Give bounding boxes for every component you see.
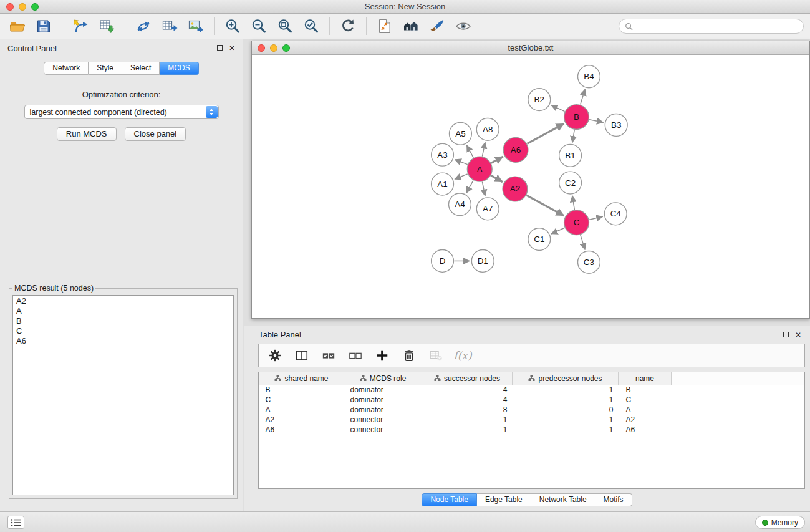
deselect-all-button[interactable] [347, 347, 364, 364]
graph-edge-A-A8[interactable] [482, 142, 485, 157]
graph-edge-B-B1[interactable] [572, 130, 574, 143]
tab-select[interactable]: Select [122, 62, 160, 75]
criterion-dropdown[interactable]: largest connected component (directed) [24, 105, 219, 119]
save-session-button[interactable] [32, 16, 55, 36]
tab-style[interactable]: Style [89, 62, 122, 75]
graph-edge-A-A7[interactable] [482, 182, 485, 196]
table-cell-shared_name[interactable]: A2 [259, 415, 344, 425]
table-row[interactable]: Bdominator41B [259, 385, 805, 395]
table-settings-button[interactable] [266, 347, 284, 364]
table-cell-shared_name[interactable]: C [259, 395, 344, 405]
graph-edge-A-A6[interactable] [491, 157, 503, 163]
column-header-mcds-role[interactable]: MCDS role [344, 372, 422, 385]
float-table-panel-button[interactable] [783, 331, 789, 339]
table-row[interactable]: Adominator80A [259, 405, 805, 415]
graph-edge-B-B2[interactable] [551, 105, 565, 112]
graph-edge-B-B3[interactable] [589, 120, 604, 123]
table-cell-mcds_role[interactable]: dominator [344, 395, 422, 405]
table-cell-mcds_role[interactable]: connector [344, 425, 422, 435]
close-window-button[interactable] [6, 3, 14, 11]
mcds-result-item[interactable]: A [16, 306, 230, 316]
mcds-result-list[interactable]: A2ABCA6 [12, 295, 234, 495]
mcds-result-item[interactable]: C [16, 326, 230, 336]
apply-layout-button[interactable] [337, 16, 359, 36]
column-header-name[interactable]: name [619, 372, 672, 385]
float-panel-button[interactable] [217, 44, 223, 52]
run-mcds-button[interactable]: Run MCDS [57, 127, 117, 141]
table-cell-successor_nodes[interactable]: 1 [422, 415, 513, 425]
graph-edge-C-C3[interactable] [581, 235, 585, 250]
table-cell-name[interactable]: B [619, 385, 672, 395]
graph-edge-C-C4[interactable] [589, 216, 603, 220]
table-cell-name[interactable]: A [619, 405, 672, 415]
table-cell-predecessor_nodes[interactable]: 1 [513, 385, 619, 395]
memory-button[interactable]: Memory [755, 516, 805, 529]
zoom-fit-button[interactable] [274, 16, 296, 36]
import-network-button[interactable] [69, 16, 92, 36]
create-column-button[interactable] [374, 347, 391, 364]
network-window-titlebar[interactable]: testGlobe.txt [252, 41, 809, 55]
table-cell-shared_name[interactable]: A6 [259, 425, 344, 435]
table-cell-predecessor_nodes[interactable]: 0 [513, 405, 619, 415]
graph-edge-A6-B[interactable] [527, 123, 564, 143]
table-cell-predecessor_nodes[interactable]: 1 [513, 415, 619, 425]
zoom-selected-button[interactable] [300, 16, 322, 36]
first-neighbors-button[interactable] [400, 16, 422, 36]
network-close-button[interactable] [258, 44, 265, 52]
tab-network-table[interactable]: Network Table [531, 493, 595, 506]
horizontal-splitter-handle[interactable] [527, 321, 537, 324]
table-cell-mcds_role[interactable]: connector [344, 415, 422, 425]
graph-edge-A-A3[interactable] [455, 160, 468, 165]
mcds-result-item[interactable]: A6 [16, 336, 230, 346]
tab-motifs[interactable]: Motifs [595, 493, 632, 506]
table-cell-name[interactable]: C [619, 395, 672, 405]
close-table-panel-button[interactable]: ✕ [795, 331, 801, 339]
zoom-out-button[interactable] [248, 16, 270, 36]
select-all-button[interactable] [320, 347, 337, 364]
table-cell-name[interactable]: A2 [619, 415, 672, 425]
delete-table-button[interactable] [427, 347, 445, 364]
graph-edge-A-A1[interactable] [455, 174, 468, 179]
column-header-shared-name[interactable]: shared name [259, 372, 344, 385]
table-row[interactable]: A6connector11A6 [259, 425, 805, 435]
table-cell-successor_nodes[interactable]: 8 [422, 405, 513, 415]
network-document-button[interactable] [374, 16, 396, 36]
close-panel-button[interactable]: Close panel [125, 127, 186, 141]
tab-mcds[interactable]: MCDS [160, 62, 198, 75]
annotation-button[interactable] [426, 16, 448, 36]
table-cell-shared_name[interactable]: B [259, 385, 344, 395]
network-zoom-button[interactable] [282, 44, 290, 52]
table-row[interactable]: A2connector11A2 [259, 415, 805, 425]
graph-edge-B-B4[interactable] [581, 89, 586, 105]
open-file-button[interactable] [6, 16, 29, 36]
graph-edge-C-C2[interactable] [572, 196, 575, 210]
table-cell-predecessor_nodes[interactable]: 1 [513, 395, 619, 405]
table-cell-mcds_role[interactable]: dominator [344, 405, 422, 415]
show-columns-button[interactable] [293, 347, 311, 364]
column-header-successor-nodes[interactable]: successor nodes [422, 372, 513, 385]
export-table-button[interactable] [158, 16, 181, 36]
import-table-button[interactable] [95, 16, 118, 36]
table-row[interactable]: Cdominator41C [259, 395, 805, 405]
graph-edge-A-A5[interactable] [466, 145, 473, 158]
tab-node-table[interactable]: Node Table [422, 493, 477, 506]
export-network-button[interactable] [132, 16, 155, 36]
table-cell-successor_nodes[interactable]: 4 [422, 385, 513, 395]
graph-edge-A-A2[interactable] [491, 175, 503, 181]
mcds-result-item[interactable]: A2 [16, 296, 230, 306]
tab-edge-table[interactable]: Edge Table [477, 493, 531, 506]
minimize-window-button[interactable] [19, 3, 26, 11]
table-cell-name[interactable]: A6 [619, 425, 672, 435]
vertical-splitter-handle[interactable] [246, 267, 249, 277]
delete-column-button[interactable] [400, 347, 418, 364]
table-cell-shared_name[interactable]: A [259, 405, 344, 415]
zoom-in-button[interactable] [221, 16, 244, 36]
network-canvas[interactable]: B4B2BB3A5A8A6B1A3AC2A1A2A4A7C4CC1DD1C3 [252, 56, 809, 318]
export-image-button[interactable] [185, 16, 207, 36]
network-minimize-button[interactable] [270, 44, 277, 52]
mcds-result-item[interactable]: B [16, 316, 230, 326]
table-cell-predecessor_nodes[interactable]: 1 [513, 425, 619, 435]
zoom-window-button[interactable] [31, 3, 39, 11]
function-builder-button[interactable]: f(x) [454, 347, 471, 364]
task-history-button[interactable] [7, 516, 24, 529]
